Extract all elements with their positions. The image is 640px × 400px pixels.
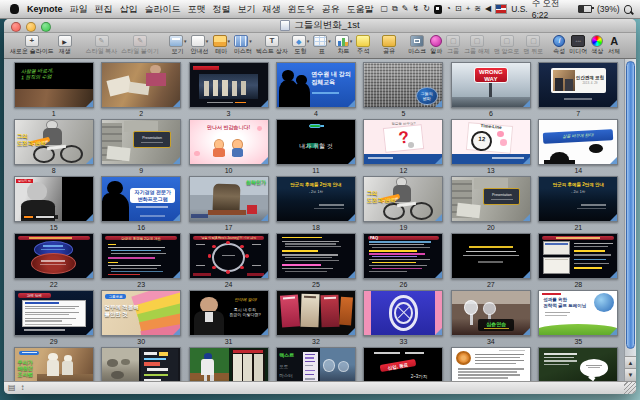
slide-thumbnail[interactable]: Challenge그의 도전과 변화 — [14, 119, 94, 165]
universal-access-icon[interactable]: + — [466, 4, 471, 14]
slide-thumbnail[interactable]: FAQ — [363, 233, 443, 279]
slide-thumbnail[interactable]: 과제 상세 — [14, 290, 94, 336]
slide-thumbnail[interactable]: 성과를 위한 전략적 골프 트레이닝 — [538, 290, 618, 336]
slide-thumbnail[interactable] — [276, 290, 356, 336]
slide-thumbnail[interactable] — [538, 347, 618, 381]
slide-thumbnail[interactable]: Time-Line12 — [451, 119, 531, 165]
slide-thumbnail[interactable]: 신입, 동료2~3가지 — [363, 347, 443, 381]
toolbar-mask-button[interactable]: 마스크 — [408, 34, 426, 55]
toolbar-inspector-button[interactable]: 속성 — [553, 34, 565, 55]
view-toggle-icon[interactable]: ▤ — [8, 382, 16, 394]
slide-thumbnail[interactable]: 내가 취할 것 — [276, 119, 356, 165]
toolbar-ungroup-button[interactable]: 그룹 해제 — [464, 34, 490, 55]
volume-icon[interactable]: ◀ — [485, 4, 491, 14]
document-proxy-icon[interactable] — [280, 20, 290, 31]
menu-item-share[interactable]: 공유 — [322, 3, 340, 16]
menu-item-format[interactable]: 포맷 — [188, 3, 206, 16]
wifi-icon[interactable]: ≋ — [474, 4, 481, 14]
slide-thumbnail[interactable] — [189, 347, 269, 381]
toolbar-masters-button[interactable]: ▾마스터 — [234, 34, 252, 55]
scroll-down-button[interactable]: ▼ — [625, 368, 636, 381]
input-source-label[interactable]: U.S. — [511, 4, 528, 14]
battery-percent[interactable]: (39%) — [597, 4, 620, 14]
slide-thumbnail[interactable]: Presentation — [451, 176, 531, 222]
slide-thumbnail[interactable] — [451, 233, 531, 279]
toolbar-send-to-back-button[interactable]: 맨 뒤로 — [524, 34, 544, 55]
menu-item-arrange[interactable]: 정렬 — [213, 3, 231, 16]
toolbar-share-button[interactable]: 공유 — [382, 34, 396, 55]
toolbar-guides-button[interactable]: ▾안내선 — [191, 34, 209, 55]
slide-thumbnail[interactable]: 텍스트포토마스터 — [276, 347, 356, 381]
slide-thumbnail[interactable]: 우리가 배웠던 조리법 — [14, 347, 94, 381]
slide-thumbnail[interactable]: Challenge그의 도전과 변화 — [363, 176, 443, 222]
slide-thumbnail[interactable] — [189, 62, 269, 108]
slide-thumbnail[interactable] — [276, 233, 356, 279]
apple-menu-icon[interactable] — [10, 4, 19, 14]
menu-item-play[interactable]: 재생 — [263, 3, 281, 16]
resize-grip[interactable] — [624, 382, 636, 394]
slide-thumbnail[interactable] — [101, 62, 181, 108]
slide-thumbnail[interactable]: Presentation — [101, 119, 181, 165]
toolbar-play-button[interactable]: 재생 — [58, 34, 72, 55]
energy-icon[interactable]: ↯ — [413, 4, 420, 14]
status-widget-icon[interactable]: ▢ — [381, 4, 389, 14]
toolbar-shapes-button[interactable]: ▾도형 — [292, 34, 310, 55]
slide-thumbnail[interactable]: 자기경영 전문가 변화프로그램 — [101, 176, 181, 222]
menu-item-view[interactable]: 보기 — [238, 3, 256, 16]
ink-icon[interactable]: ✎ — [402, 4, 409, 14]
toolbar-view-button[interactable]: ▾보기 — [169, 34, 187, 55]
slide-thumbnail[interactable]: 그들의 변화 — [363, 62, 443, 108]
close-button[interactable] — [11, 22, 21, 32]
slide-thumbnail[interactable] — [538, 233, 618, 279]
slide-thumbnail[interactable]: 인간관계 코칭2013. 4. 29 — [538, 62, 618, 108]
keyboard-layout-icon[interactable] — [434, 5, 442, 14]
slide-thumbnail[interactable] — [451, 347, 531, 381]
slide-thumbnail[interactable]: 만약에 말야!혹시 내 주위 환경이 이렇다면? — [189, 290, 269, 336]
toolbar-table-button[interactable]: ▾표 — [313, 34, 331, 55]
toolbar-colors-button[interactable]: 색상 — [591, 34, 603, 55]
toolbar-group-button[interactable]: 그룹 — [446, 34, 460, 55]
scrollbar-thumb[interactable] — [626, 61, 635, 349]
input-flag-us-icon[interactable] — [495, 4, 507, 14]
toolbar-charts-button[interactable]: ▾차트 — [335, 34, 353, 55]
spotlight-icon[interactable] — [624, 5, 632, 14]
slide-thumbnail[interactable]: 단군의 후예들 2단계 개요 — [101, 233, 181, 279]
slide-thumbnail[interactable]: 질문을 바꾸면?? — [363, 119, 443, 165]
toolbar-fonts-button[interactable]: 서체 — [607, 34, 621, 55]
toolbar-themes-button[interactable]: ▾테마 — [213, 34, 231, 55]
slide-thumbnail[interactable] — [363, 290, 443, 336]
slide-thumbnail[interactable]: 침략인가 — [189, 176, 269, 222]
vertical-scrollbar[interactable]: ▲ ▼ — [624, 59, 636, 381]
slide-thumbnail[interactable]: 당신의 적 — [14, 176, 94, 222]
slide-thumbnail[interactable]: 연수원 내 강의 집체교육 — [276, 62, 356, 108]
spaces-icon[interactable]: ⧉ — [392, 4, 398, 14]
toolbar-new-slide-button[interactable]: 새로운 슬라이드 — [10, 34, 54, 55]
slide-thumbnail[interactable]: 그룹토론업무에 적용해 불안한 것 — [101, 290, 181, 336]
time-machine-icon[interactable]: ◔ — [446, 4, 451, 14]
menubar-clock[interactable]: 수 오전 6:22 — [532, 0, 574, 20]
toolbar-comment-button[interactable]: 주석 — [356, 34, 370, 55]
displays-icon[interactable]: ⊡ — [455, 4, 462, 14]
slide-thumbnail[interactable] — [14, 233, 94, 279]
menu-item-slide[interactable]: 슬라이드 — [145, 3, 181, 16]
slide-thumbnail[interactable]: 단군의 후예들 2단계 안내- 2부 1차 — [276, 176, 356, 222]
scroll-mode-icon[interactable]: ↕ — [21, 382, 25, 394]
window-titlebar[interactable]: 그들의변화_1st — [4, 19, 636, 33]
toolbar-bring-to-front-button[interactable]: 맨 앞으로 — [494, 34, 520, 55]
menu-item-window[interactable]: 윈도우 — [288, 3, 315, 16]
menu-item-insert[interactable]: 삽입 — [120, 3, 138, 16]
slide-thumbnail[interactable]: 사람을 바르게, 1 원칙의 수업 — [14, 62, 94, 108]
slide-thumbnail[interactable]: 삶을 바꾸게 한다! — [538, 119, 618, 165]
toolbar-text-box-button[interactable]: 텍스트 상자 — [256, 34, 288, 55]
slide-thumbnail[interactable]: 만나서 반갑습니다! — [189, 119, 269, 165]
slide-thumbnail[interactable]: '영웅 여정(A Hero's Journey)'의 기본 패턴 — [189, 233, 269, 279]
battery-icon[interactable] — [578, 5, 592, 13]
minimize-button[interactable] — [26, 22, 36, 32]
menu-item-help[interactable]: 도움말 — [347, 3, 374, 16]
toolbar-media-button[interactable]: 미디어 — [569, 34, 587, 55]
toolbar-alpha-button[interactable]: 알파 — [430, 34, 442, 55]
sync-icon[interactable]: ↻ — [423, 4, 430, 14]
menu-item-edit[interactable]: 편집 — [95, 3, 113, 16]
toolbar-paste-style-button[interactable]: 스타일 붙이기 — [121, 34, 159, 55]
toolbar-copy-style-button[interactable]: 스타일 복사 — [86, 34, 118, 55]
